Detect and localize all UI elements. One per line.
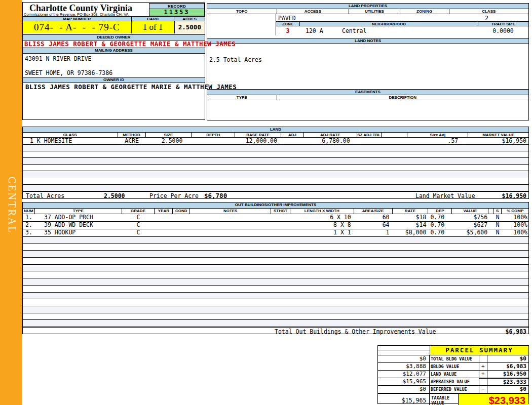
land-notes-body: 2.5 Total Acres xyxy=(207,44,528,89)
ob-num: 3. xyxy=(23,229,35,236)
land-h-sz-adj-tbl: SZ ADJ TBL xyxy=(357,133,382,137)
parcel-summary: PARCEL SUMMARY $0 TOTAL BLDG VALUE $0 $3… xyxy=(377,345,529,404)
land-market-value: $16,950 xyxy=(468,138,528,144)
easement-description-label: DESCRIPTION xyxy=(277,95,528,100)
easements-title: EASEMENTS xyxy=(207,89,528,95)
map-number-label: MAP NUMBER xyxy=(23,17,132,21)
map-card-acres-header: MAP NUMBER CARD ACRES xyxy=(23,16,205,21)
land-h-depth: DEPTH xyxy=(192,133,235,137)
ob-h-value: VALUE xyxy=(452,209,488,214)
topo-label: TOPO xyxy=(207,9,277,14)
zone-label: ZONE xyxy=(276,22,300,26)
ob-value: $627 xyxy=(452,222,488,229)
land-h-blank xyxy=(382,133,408,137)
land-h-class: CLASS xyxy=(23,133,118,137)
land-method: ACRE xyxy=(118,138,146,144)
land-market-value-total: $16,950 xyxy=(502,192,526,200)
out-buildings-header-row: NUM TYPE GRADE YEAR COND NOTES STHGT LEN… xyxy=(23,209,528,214)
land-h-base-rate: BASE RATE xyxy=(235,133,281,137)
ob-rate: $18 xyxy=(393,214,429,221)
row-value: $16,950 xyxy=(487,371,528,378)
ob-type: 35 HOOKUP xyxy=(35,229,122,236)
ob-type: 37 ADD-OP PRCH xyxy=(35,214,122,221)
topo-value xyxy=(207,14,276,35)
ob-h-sthgt: STHGT xyxy=(271,209,290,214)
land-h-adj-rate: ADJ RATE xyxy=(304,133,357,137)
ob-dep: 0.70 xyxy=(428,222,452,229)
ob-h-dep: DEP xyxy=(428,209,452,214)
ob-comp: 100% xyxy=(502,229,528,236)
row-operator: − xyxy=(479,386,487,393)
land-properties-header: TOPO ACCESS UTILITIES ZONING CLASS xyxy=(207,9,528,14)
ob-num: 2. xyxy=(23,222,35,229)
parcel-summary-title: PARCEL SUMMARY xyxy=(430,346,528,355)
land-note: 2.5 Total Acres xyxy=(209,56,262,63)
ob-dep: 0.70 xyxy=(428,229,452,236)
ob-area: 60 xyxy=(354,214,393,221)
card-value: 1 of 1 xyxy=(132,21,175,33)
ob-h-comp: % COMP xyxy=(502,209,528,214)
class-label: CLASS xyxy=(449,9,529,14)
row-label: TOTAL BLDG VALUE xyxy=(430,355,479,362)
map-card-acres-values: 074- - A- - - 79-C 1 of 1 2.5000 xyxy=(23,21,205,33)
land-properties-title: LAND PROPERTIES xyxy=(207,4,528,9)
mailing-address: 43091 N RIVER DRIVE SWEET HOME, OR 97386… xyxy=(23,54,205,77)
neighborhood-label: NEIGHBORHOOD xyxy=(300,22,478,26)
owner-panel: Charlotte County Virginia Commissioner o… xyxy=(22,2,205,120)
parcel-summary-header: PARCEL SUMMARY xyxy=(378,346,528,355)
total-acres-value: 2.5000 xyxy=(104,192,125,200)
ob-rate: $8,000 xyxy=(393,229,429,236)
land-blank xyxy=(382,138,408,144)
price-per-acre-label: Price Per Acre xyxy=(149,192,199,200)
row-label: DEFERRED VALUE xyxy=(430,386,479,393)
ob-num: 1. xyxy=(23,214,35,221)
easements-header: TYPE DESCRIPTION xyxy=(207,95,528,100)
out-building-row-2: 2. 39 ADD-WD DECK C 8 X 8 64 $14 0.70 $6… xyxy=(23,222,528,229)
county-subtitle: Commissioner of the Revenue, PO Box 308,… xyxy=(24,12,129,17)
out-buildings-empty-rows xyxy=(23,237,528,327)
summary-row-obldg: $3,888 OBLDG VALUE + $6,983 xyxy=(378,362,528,370)
row-operator xyxy=(479,378,487,385)
ob-h-cond: COND xyxy=(173,209,190,214)
access-value: PAVED xyxy=(278,15,296,22)
out-building-row-3: 3. 35 HOOKUP C 1 X 1 1 $8,000 0.70 $5,60… xyxy=(23,229,528,237)
land-table: LAND CLASS METHOD SIZE DEPTH BASE RATE A… xyxy=(22,127,529,199)
price-per-acre-value: $6,780 xyxy=(204,192,227,200)
deeded-owner-value: BLISS JAMES ROBERT & GEORGETTE MARIE & M… xyxy=(23,40,205,48)
land-h-method: METHOD xyxy=(118,133,146,137)
row-value: $0 xyxy=(487,355,528,362)
ob-comp: 100% xyxy=(502,222,528,229)
out-buildings-totals-row: Total Out Buildings & Other Improvements… xyxy=(23,327,528,336)
land-h-adj: ADJ xyxy=(281,133,304,137)
land-properties-body: PAVED 2 ZONE NEIGHBORHOOD TRACT SIZE 3 1… xyxy=(207,14,528,35)
prior-value: $3,888 xyxy=(378,363,430,370)
ob-h-year: YEAR xyxy=(155,209,173,214)
land-market-value-label: Land Market Value xyxy=(415,192,475,200)
ob-s: N xyxy=(493,222,502,229)
summary-row-land: $12,077 LAND VALUE + $16,950 xyxy=(378,370,528,378)
out-buildings-total-value: $6,983 xyxy=(505,328,526,336)
map-number-value: 074- - A- - - 79-C xyxy=(23,21,132,33)
access-label: ACCESS xyxy=(277,9,350,14)
class-value: 2 xyxy=(485,15,488,22)
parcel-summary-blank-cell xyxy=(378,346,430,355)
tract-size-value: 0.0000 xyxy=(483,27,523,34)
utilities-label: UTILITIES xyxy=(349,9,400,14)
land-base-rate: 12,000.00 xyxy=(235,138,281,144)
row-value: $6,983 xyxy=(487,363,528,370)
out-buildings-total-label: Total Out Buildings & Other Improvements… xyxy=(275,328,436,336)
ob-type: 39 ADD-WD DECK xyxy=(35,222,122,229)
ob-grade: C xyxy=(122,214,155,221)
ob-area: 1 xyxy=(354,229,393,236)
easements-body xyxy=(207,100,528,123)
ob-h-notes: NOTES xyxy=(190,209,271,214)
row-operator: + xyxy=(479,371,487,378)
land-size: 2.5000 xyxy=(146,138,192,144)
taxable-label: TAXABLE VALUE xyxy=(430,394,459,405)
mailing-address-label: MAILING ADDRESS xyxy=(23,48,205,54)
taxable-prior-value: $15,965 xyxy=(378,394,430,405)
land-depth xyxy=(192,138,235,144)
land-h-size-adj: Size Adj xyxy=(407,133,468,137)
summary-row-total-bldg: $0 TOTAL BLDG VALUE $0 xyxy=(378,355,528,362)
card-label: CARD xyxy=(132,17,175,21)
